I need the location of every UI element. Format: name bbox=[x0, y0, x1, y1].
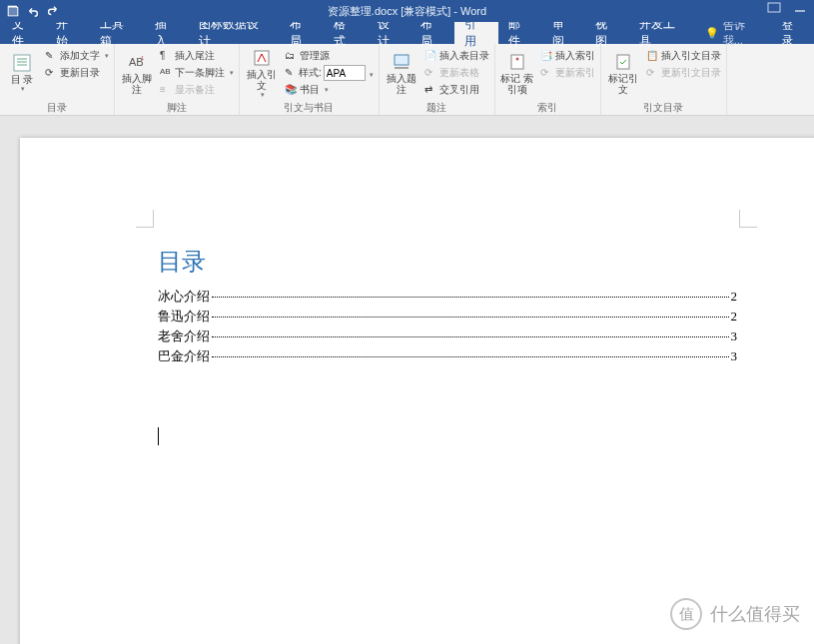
toc-entry-page: 2 bbox=[731, 289, 738, 305]
biblio-label: 书目 bbox=[300, 83, 320, 97]
next-footnote-label: 下一条脚注 bbox=[175, 66, 225, 80]
update-toa-button: ⟳更新引文目录 bbox=[644, 65, 723, 81]
tab-view[interactable]: 视图 bbox=[585, 22, 629, 44]
citation-style-select[interactable] bbox=[324, 65, 366, 81]
mark-index-label: 标记 索引项 bbox=[500, 73, 534, 95]
style-dropdown-icon[interactable] bbox=[368, 68, 374, 79]
watermark: 值 什么值得买 bbox=[670, 598, 800, 630]
toc-entry-text: 老舍介绍 bbox=[158, 327, 210, 345]
svg-rect-9 bbox=[395, 55, 408, 65]
bibliography-button[interactable]: 📚书目 bbox=[283, 82, 376, 98]
toc-leader-dots bbox=[212, 317, 729, 318]
mark-citation-button[interactable]: 标记引文 bbox=[604, 46, 642, 100]
toc-entry[interactable]: 老舍介绍3 bbox=[158, 327, 737, 345]
tab-layout-chart[interactable]: 布局 bbox=[280, 22, 324, 44]
caption-label: 插入题注 bbox=[385, 73, 418, 95]
tab-insert[interactable]: 插入 bbox=[145, 22, 189, 44]
manage-sources-icon: 🗂 bbox=[285, 50, 297, 62]
update-toc-label: 更新目录 bbox=[60, 66, 100, 80]
svg-rect-0 bbox=[768, 3, 780, 12]
toc-entry[interactable]: 冰心介绍2 bbox=[158, 288, 737, 306]
toc-heading[interactable]: 目录 bbox=[158, 246, 737, 278]
show-notes-button: ≡显示备注 bbox=[158, 82, 236, 98]
footnote-label: 插入脚注 bbox=[120, 73, 154, 95]
add-text-label: 添加文字 bbox=[60, 49, 100, 63]
insert-index-icon: 📑 bbox=[540, 50, 552, 62]
tab-developer[interactable]: 开发工具 bbox=[629, 22, 697, 44]
group-toc: 目 录 ✎添加文字 ⟳更新目录 目录 bbox=[0, 44, 115, 115]
show-notes-label: 显示备注 bbox=[175, 83, 215, 97]
group-toa: 标记引文 📋插入引文目录 ⟳更新引文目录 引文目录 bbox=[601, 44, 727, 115]
redo-icon[interactable] bbox=[46, 4, 60, 18]
title-bar: 资源整理.docx [兼容模式] - Word bbox=[0, 0, 814, 22]
update-toc-button[interactable]: ⟳更新目录 bbox=[43, 65, 111, 81]
insert-footnote-button[interactable]: AB1 插入脚注 bbox=[118, 46, 156, 100]
group-footnotes-label: 脚注 bbox=[118, 100, 236, 116]
insert-tof-button[interactable]: 📄插入表目录 bbox=[422, 48, 491, 64]
margin-corner-tl bbox=[136, 210, 154, 228]
tab-page-layout[interactable]: 布局 bbox=[410, 22, 454, 44]
insert-toa-label: 插入引文目录 bbox=[661, 49, 721, 63]
add-text-button[interactable]: ✎添加文字 bbox=[43, 48, 111, 64]
toc-entry-text: 巴金介绍 bbox=[158, 347, 210, 365]
caption-icon bbox=[392, 52, 411, 72]
insert-index-button[interactable]: 📑插入索引 bbox=[538, 48, 597, 64]
manage-sources-button[interactable]: 🗂管理源 bbox=[283, 48, 376, 64]
cross-reference-button[interactable]: ⇄交叉引用 bbox=[422, 82, 491, 98]
next-footnote-button[interactable]: AB下一条脚注 bbox=[158, 65, 236, 81]
tab-home[interactable]: 开始 bbox=[46, 22, 90, 44]
undo-icon[interactable] bbox=[26, 4, 40, 18]
tof-label: 插入表目录 bbox=[439, 49, 489, 63]
save-icon[interactable] bbox=[6, 4, 20, 18]
footnote-icon: AB1 bbox=[127, 52, 147, 72]
insert-endnote-button[interactable]: ¶插入尾注 bbox=[158, 48, 236, 64]
svg-point-12 bbox=[515, 57, 518, 60]
window-controls bbox=[766, 0, 808, 16]
toc-button[interactable]: 目 录 bbox=[3, 46, 41, 100]
crossref-icon: ⇄ bbox=[424, 84, 436, 96]
insert-citation-button[interactable]: 插入引文 bbox=[243, 46, 281, 100]
document-area[interactable]: 目录 冰心介绍2鲁迅介绍2老舍介绍3巴金介绍3 值 什么值得买 bbox=[0, 116, 814, 644]
toc-entry-page: 3 bbox=[731, 348, 738, 364]
login-button[interactable]: 登录 bbox=[772, 22, 814, 44]
citation-icon bbox=[252, 48, 272, 68]
toc-entry[interactable]: 巴金介绍3 bbox=[158, 347, 737, 365]
watermark-icon: 值 bbox=[670, 598, 702, 630]
show-notes-icon: ≡ bbox=[160, 84, 172, 96]
insert-caption-button[interactable]: 插入题注 bbox=[383, 46, 420, 100]
group-captions-label: 题注 bbox=[383, 100, 491, 116]
ribbon-options-icon[interactable] bbox=[766, 0, 782, 16]
tab-file[interactable]: 文件 bbox=[2, 22, 46, 44]
insert-toa-button[interactable]: 📋插入引文目录 bbox=[644, 48, 723, 64]
update-index-button: ⟳更新索引 bbox=[538, 65, 597, 81]
update-icon: ⟳ bbox=[45, 67, 57, 79]
tell-me[interactable]: 💡 告诉我... bbox=[697, 22, 773, 44]
svg-rect-13 bbox=[617, 55, 629, 69]
tab-mail[interactable]: 邮件 bbox=[498, 22, 542, 44]
tab-references[interactable]: 引用 bbox=[454, 22, 498, 44]
mark-index-button[interactable]: 标记 索引项 bbox=[498, 46, 536, 100]
text-cursor bbox=[158, 427, 159, 445]
page: 目录 冰心介绍2鲁迅介绍2老舍介绍3巴金介绍3 bbox=[20, 138, 814, 644]
endnote-label: 插入尾注 bbox=[175, 49, 215, 63]
svg-rect-11 bbox=[511, 55, 523, 69]
tab-design[interactable]: 设计 bbox=[368, 22, 411, 44]
add-text-icon: ✎ bbox=[45, 50, 57, 62]
group-citations-label: 引文与书目 bbox=[243, 100, 376, 116]
tab-review[interactable]: 审阅 bbox=[542, 22, 586, 44]
update-table-label: 更新表格 bbox=[439, 66, 479, 80]
minimize-icon[interactable] bbox=[792, 0, 808, 16]
toc-entry[interactable]: 鲁迅介绍2 bbox=[158, 308, 737, 325]
mark-citation-icon bbox=[613, 52, 633, 72]
group-citations: 插入引文 🗂管理源 ✎ 样式: 📚书目 引文与书目 bbox=[240, 44, 380, 115]
watermark-text: 什么值得买 bbox=[710, 602, 800, 626]
toc-entry-text: 冰心介绍 bbox=[158, 288, 210, 306]
next-footnote-icon: AB bbox=[160, 67, 172, 79]
tab-format[interactable]: 格式 bbox=[324, 22, 368, 44]
group-footnotes: AB1 插入脚注 ¶插入尾注 AB下一条脚注 ≡显示备注 脚注 bbox=[115, 44, 240, 115]
tab-chart-design[interactable]: 图标数据设计 bbox=[189, 22, 280, 44]
ribbon-tabs: 文件 开始 工具箱 插入 图标数据设计 布局 格式 设计 布局 引用 邮件 审阅… bbox=[0, 22, 814, 44]
tell-me-label: 告诉我... bbox=[723, 18, 765, 48]
tab-toolbox[interactable]: 工具箱 bbox=[90, 22, 146, 44]
svg-rect-2 bbox=[14, 55, 30, 71]
